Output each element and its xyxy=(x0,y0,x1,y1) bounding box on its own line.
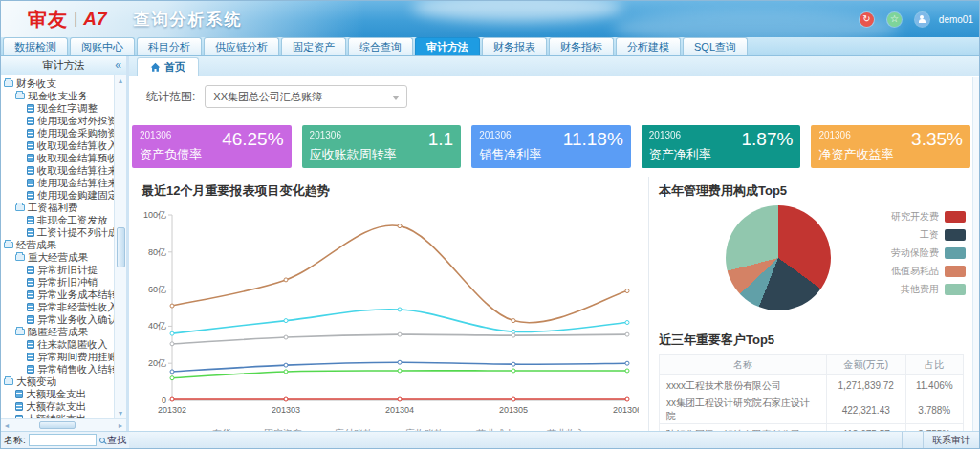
nav-tab-5[interactable]: 固定资产 xyxy=(281,37,346,55)
tree-item[interactable]: 异常销售收入结转 xyxy=(1,363,114,375)
pie-legend-swatch xyxy=(945,229,966,241)
page-tab-strip: 首页 xyxy=(129,56,979,77)
tree-item[interactable]: 异常业务收入确认 xyxy=(1,313,114,326)
tree-item[interactable]: 异常期间费用挂账 xyxy=(1,351,114,363)
tree-item[interactable]: 经营成果 xyxy=(1,239,114,251)
tree-item[interactable]: 现金红字调整 xyxy=(1,102,114,115)
tree-item[interactable]: 使用现金采购物资 xyxy=(1,127,114,139)
tree-item[interactable]: 使用现金购建固定资产 xyxy=(1,189,114,202)
tree-item[interactable]: 收取现金结算收入 xyxy=(1,139,114,152)
find-button[interactable]: 查找 xyxy=(99,434,126,447)
file-icon xyxy=(27,340,34,349)
tree-item[interactable]: 收取现金结算往来款 xyxy=(1,164,114,177)
table-row[interactable]: xx集团工程设计研究院石家庄设计院422,321.433.788% xyxy=(660,396,964,424)
kpi-card[interactable]: 20130611.18%销售净利率 xyxy=(471,125,631,168)
nav-tab-1[interactable]: 数据检测 xyxy=(3,37,68,55)
nav-tab-3[interactable]: 科目分析 xyxy=(137,37,202,55)
scroll-left-icon[interactable]: ◄ xyxy=(1,422,12,429)
user-icon[interactable] xyxy=(915,12,929,27)
file-icon xyxy=(15,402,23,411)
tree-item[interactable]: 大额变动 xyxy=(1,375,114,388)
tree-item[interactable]: 财务收支 xyxy=(1,77,114,90)
tree-search-input[interactable] xyxy=(29,434,97,446)
tree-item[interactable]: 异常非经营性收入 xyxy=(1,301,114,313)
search-icon xyxy=(99,438,105,443)
scroll-up-icon[interactable]: ▲ xyxy=(118,75,124,86)
tree-item-label: 异常销售收入结转 xyxy=(37,363,114,376)
kpi-card[interactable]: 2013063.35%净资产收益率 xyxy=(811,125,970,168)
pie-legend-label: 其他费用 xyxy=(901,283,939,296)
app-window: 审友 | A7 查询分析系统 ↻ ☆ demo01 数据检测阅账中心科目分析供应… xyxy=(0,0,980,449)
pie-legend-item[interactable]: 其他费用 xyxy=(891,280,966,298)
scope-dropdown[interactable]: XX集团总公司汇总账簿 xyxy=(205,85,407,108)
vertical-scroll-thumb[interactable] xyxy=(117,227,125,267)
customer-table-title: 近三年重要客户Top5 xyxy=(659,331,971,349)
tree-item-label: 异常折旧计提 xyxy=(37,264,98,277)
tree-item[interactable]: 异常折旧冲销 xyxy=(1,276,114,289)
file-icon xyxy=(27,179,34,187)
nav-tab-11[interactable]: SQL查询 xyxy=(683,37,748,55)
nav-tab-10[interactable]: 分析建模 xyxy=(616,37,681,55)
tree-item[interactable]: 工资福利费 xyxy=(1,202,114,214)
status-link[interactable]: 联系审计 xyxy=(923,432,979,448)
app-header: 审友 | A7 查询分析系统 ↻ ☆ demo01 xyxy=(1,1,979,37)
tab-home[interactable]: 首页 xyxy=(137,57,199,76)
scroll-down-icon[interactable]: ▼ xyxy=(118,408,124,418)
nav-tab-2[interactable]: 阅账中心 xyxy=(70,37,135,55)
horizontal-scroll-thumb[interactable] xyxy=(39,421,76,429)
tree-item-label: 大额变动 xyxy=(16,375,56,389)
nav-tab-4[interactable]: 供应链分析 xyxy=(204,37,279,55)
nav-tab-8[interactable]: 财务报表 xyxy=(482,37,547,55)
nav-tab-7[interactable]: 审计方法 xyxy=(415,37,480,55)
tree-item[interactable]: 异常折旧计提 xyxy=(1,264,114,276)
file-icon xyxy=(27,104,34,113)
kpi-label: 应收账款周转率 xyxy=(310,146,397,163)
nav-tab-9[interactable]: 财务指标 xyxy=(549,37,614,55)
pie-legend-item[interactable]: 工资 xyxy=(891,225,966,244)
status-segment xyxy=(902,432,923,448)
tree-item[interactable]: 大额转账支出 xyxy=(1,413,114,418)
kpi-label: 净资产收益率 xyxy=(818,146,893,163)
nav-tab-6[interactable]: 综合查询 xyxy=(348,37,413,55)
sidebar-collapse-icon[interactable]: « xyxy=(115,58,121,72)
table-row[interactable]: 陕钢集团汉xx钢铁有限责任公司418,675.573.755% xyxy=(660,424,964,432)
tree-item[interactable]: 隐匿经营成果 xyxy=(1,326,114,338)
folder-icon xyxy=(15,204,25,211)
kpi-value: 46.25% xyxy=(222,129,283,150)
tree-item[interactable]: 重大经营成果 xyxy=(1,251,114,264)
pie-legend-swatch xyxy=(945,247,966,259)
pie-legend-label: 工资 xyxy=(920,228,939,242)
tree-item[interactable]: 收取现金结算预收款 xyxy=(1,152,114,164)
pie-legend-item[interactable]: 劳动保险费 xyxy=(891,244,966,262)
pie-legend-item[interactable]: 低值易耗品 xyxy=(891,262,966,280)
star-icon[interactable]: ☆ xyxy=(887,12,902,27)
tree-search-area: 名称: 查找 xyxy=(1,431,129,448)
svg-text:201302: 201302 xyxy=(158,405,186,415)
sidebar-vertical-scrollbar[interactable]: ▲ ▼ xyxy=(114,75,126,418)
sidebar-horizontal-scrollbar[interactable]: ◄ ► xyxy=(1,418,126,431)
tree-item[interactable]: 往来款隐匿收入 xyxy=(1,338,114,351)
tree-item[interactable]: 现金收支业务 xyxy=(1,90,114,102)
kpi-card[interactable]: 2013061.87%资产净利率 xyxy=(642,125,801,168)
tree-item[interactable]: 使用现金对外投资 xyxy=(1,115,114,127)
tree-item[interactable]: 异常业务成本结转 xyxy=(1,289,114,301)
kpi-card[interactable]: 20130646.25%资产负债率 xyxy=(132,125,292,168)
brand-logo-cn: 审友 xyxy=(28,7,68,32)
table-cell: 422,321.43 xyxy=(826,396,905,424)
table-row[interactable]: xxxx工程技术股份有限公司1,271,839.7211.406% xyxy=(660,375,964,396)
tree-item[interactable]: 工资计提不列计成本费 xyxy=(1,226,114,239)
tree-item[interactable]: 使用现金结算往来款 xyxy=(1,177,114,189)
refresh-icon[interactable]: ↻ xyxy=(860,12,874,27)
expense-pie-chart[interactable] xyxy=(726,205,831,310)
content-scrollbar[interactable] xyxy=(972,77,979,431)
table-header-cell: 名称 xyxy=(660,355,827,375)
kpi-card[interactable]: 2013061.1应收账款周转率 xyxy=(302,125,462,168)
pie-legend-item[interactable]: 研究开发费 xyxy=(891,207,966,225)
tree-item[interactable]: 大额存款支出 xyxy=(1,400,114,413)
trend-line-chart[interactable]: 020亿40亿60亿80亿100亿20130220130320130420130… xyxy=(132,202,645,427)
tree-item[interactable]: 非现金工资发放 xyxy=(1,214,114,226)
scroll-right-icon[interactable]: ► xyxy=(115,422,126,429)
svg-text:201304: 201304 xyxy=(385,405,414,415)
kpi-value: 3.35% xyxy=(911,129,963,150)
tree-item[interactable]: 大额现金支出 xyxy=(1,388,114,400)
